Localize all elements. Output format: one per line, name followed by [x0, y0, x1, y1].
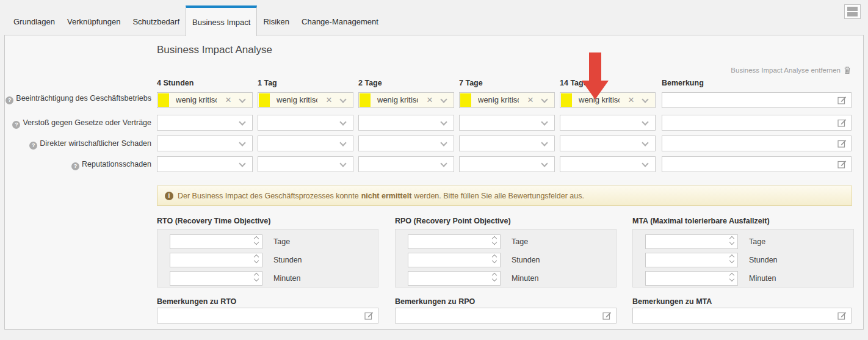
edit-icon[interactable]: [837, 118, 847, 127]
dropdown-reputation-14tage[interactable]: [560, 156, 656, 172]
layout-panels-icon[interactable]: [844, 4, 861, 19]
help-icon[interactable]: ?: [71, 162, 79, 170]
spinner-arrows-icon[interactable]: [255, 273, 258, 281]
rpo-stunden-input[interactable]: [408, 253, 501, 267]
business-impact-panel: Business Impact Analyse Business Impact …: [4, 35, 864, 330]
tab-schutzbedarf[interactable]: Schutzbedarf: [126, 5, 186, 35]
help-icon[interactable]: ?: [12, 121, 20, 129]
dropdown-verstoss-7tage[interactable]: [459, 115, 555, 131]
spinner-arrows-icon[interactable]: [493, 273, 496, 281]
severity-color-chip: [460, 93, 471, 107]
spinner-arrows-icon[interactable]: [493, 237, 496, 244]
dropdown-verstoss-1tag[interactable]: [258, 115, 353, 131]
rpo-box: Tage Stunden Minuten: [395, 229, 617, 288]
business-impact-screen: Grundlagen Verknüpfungen Schutzbedarf Bu…: [0, 0, 868, 340]
tab-risiken[interactable]: Risiken: [257, 5, 295, 35]
remark-input[interactable]: [662, 92, 852, 108]
tab-grundlagen[interactable]: Grundlagen: [7, 5, 61, 35]
dropdown-verstoss-4std[interactable]: [157, 115, 253, 131]
spinner-arrows-icon[interactable]: [255, 255, 258, 262]
edit-icon[interactable]: [837, 139, 847, 148]
spinner-arrows-icon[interactable]: [730, 255, 734, 262]
rpo-tage-input[interactable]: [408, 234, 501, 249]
dropdown-schaden-1tag[interactable]: [258, 136, 353, 151]
edit-icon[interactable]: [602, 311, 612, 320]
dropdown-beeintraechtigung-7tage[interactable]: wenig kritisch ×: [459, 92, 555, 108]
chevron-down-icon: [541, 118, 548, 125]
dropdown-schaden-2tage[interactable]: [358, 136, 454, 151]
rpo-minuten-input[interactable]: [408, 271, 501, 286]
col-header-14-tage: 14 Tage: [560, 79, 588, 87]
col-header-7-tage: 7 Tage: [459, 79, 483, 87]
tab-change-management[interactable]: Change-Management: [295, 5, 385, 35]
col-header-2-tage: 2 Tage: [358, 79, 382, 87]
clear-selection-icon[interactable]: ×: [326, 93, 332, 107]
clear-selection-icon[interactable]: ×: [628, 93, 634, 107]
dropdown-reputation-2tage[interactable]: [358, 156, 454, 172]
remark-input[interactable]: [662, 156, 852, 172]
tab-business-impact[interactable]: Business Impact: [186, 5, 257, 36]
dropdown-verstoss-14tage[interactable]: [560, 115, 656, 131]
mta-title: MTA (Maximal tolerierbare Ausfallzeit): [632, 217, 770, 225]
mta-stunden-input[interactable]: [645, 253, 738, 267]
rpo-remark-input[interactable]: [395, 308, 617, 324]
chevron-down-icon: [642, 160, 648, 167]
dropdown-beeintraechtigung-14tage[interactable]: wenig kritisch ×: [560, 92, 656, 108]
rto-stunden-input[interactable]: [170, 253, 262, 267]
dropdown-schaden-14tage[interactable]: [560, 136, 656, 151]
chevron-down-icon: [440, 160, 447, 167]
chevron-down-icon: [339, 160, 346, 167]
edit-icon[interactable]: [837, 160, 847, 168]
dropdown-reputation-1tag[interactable]: [258, 156, 353, 172]
dropdown-schaden-4std[interactable]: [157, 136, 253, 151]
row-label-verstoss: ?Verstoß gegen Gesetze oder Verträge: [5, 118, 151, 129]
col-header-4-stunden: 4 Stunden: [157, 79, 193, 87]
edit-icon[interactable]: [837, 311, 847, 320]
mta-tage-input[interactable]: [645, 234, 738, 249]
col-header-1-tag: 1 Tag: [258, 79, 277, 87]
rto-remark-title: Bemerkungen zu RTO: [157, 297, 236, 306]
chevron-down-icon: [440, 139, 447, 146]
dropdown-beeintraechtigung-4std[interactable]: wenig kritisch ×: [157, 92, 253, 108]
mta-minuten-input[interactable]: [645, 271, 738, 286]
edit-icon[interactable]: [837, 96, 847, 104]
chevron-down-icon: [440, 96, 447, 103]
clear-selection-icon[interactable]: ×: [427, 93, 433, 107]
clear-selection-icon[interactable]: ×: [527, 93, 533, 107]
chevron-down-icon: [239, 118, 245, 125]
dropdown-beeintraechtigung-2tage[interactable]: wenig kritisch ×: [358, 92, 454, 108]
remark-input[interactable]: [662, 136, 852, 151]
remark-input[interactable]: [662, 115, 852, 131]
help-icon[interactable]: ?: [5, 96, 13, 104]
remark-field-schaden: [662, 136, 852, 151]
spinner-arrows-icon[interactable]: [730, 237, 734, 244]
tab-verknuepfungen[interactable]: Verknüpfungen: [61, 5, 126, 35]
rto-minuten-input[interactable]: [170, 271, 262, 286]
mta-remark-field: [632, 308, 852, 324]
spinner-arrows-icon[interactable]: [493, 255, 496, 262]
dropdown-verstoss-2tage[interactable]: [358, 115, 454, 131]
clear-selection-icon[interactable]: ×: [225, 93, 231, 107]
dropdown-reputation-7tage[interactable]: [459, 156, 555, 172]
rpo-remark-title: Bemerkungen zu RPO: [395, 297, 475, 306]
remark-field-reputation: [662, 156, 852, 172]
page-title: Business Impact Analyse: [157, 44, 272, 56]
chevron-down-icon: [642, 96, 648, 103]
trash-icon: [844, 66, 851, 74]
severity-color-chip: [360, 93, 371, 107]
rto-tage-input[interactable]: [170, 234, 262, 249]
spinner-arrows-icon[interactable]: [730, 273, 734, 281]
remove-bia-button[interactable]: Business Impact Analyse entfernen: [731, 66, 851, 74]
help-icon[interactable]: ?: [29, 142, 37, 150]
chevron-down-icon: [642, 118, 648, 125]
chevron-down-icon: [239, 139, 245, 146]
dropdown-reputation-4std[interactable]: [157, 156, 253, 172]
col-header-bemerkung: Bemerkung: [662, 79, 704, 87]
remove-bia-label: Business Impact Analyse entfernen: [731, 67, 841, 74]
edit-icon[interactable]: [364, 311, 374, 320]
mta-remark-input[interactable]: [632, 308, 852, 324]
spinner-arrows-icon[interactable]: [255, 237, 258, 244]
rto-remark-input[interactable]: [157, 308, 378, 324]
dropdown-schaden-7tage[interactable]: [459, 136, 555, 151]
dropdown-beeintraechtigung-1tag[interactable]: wenig kritisch ×: [258, 92, 353, 108]
